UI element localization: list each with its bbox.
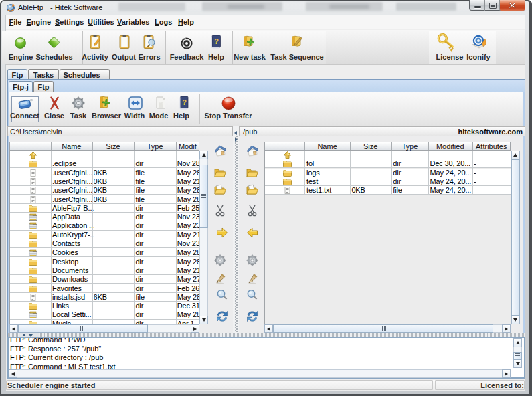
svg-text:?: ? <box>182 98 187 106</box>
svg-text:?: ? <box>214 37 219 45</box>
